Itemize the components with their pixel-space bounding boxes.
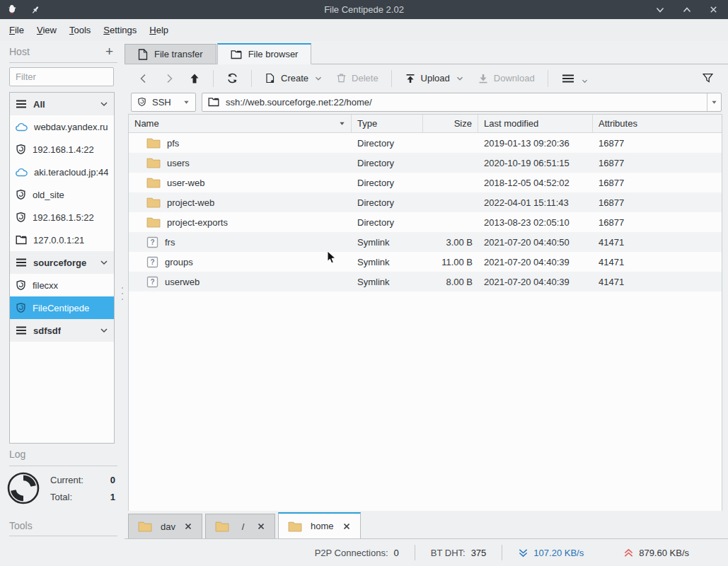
folder-icon <box>288 521 302 532</box>
table-row[interactable]: project-webDirectory2022-04-01 15:11:431… <box>129 192 722 212</box>
server-list: Allwebdav.yandex.ru:443192.168.1.4:22aki… <box>9 92 115 444</box>
server-item-filecentipede[interactable]: FileCentipede <box>10 296 114 319</box>
symlink-icon: ? <box>146 256 158 268</box>
total-value: 1 <box>110 492 115 502</box>
cell-size: 11.00 B <box>423 252 478 272</box>
tab-file-transfer[interactable]: File transfer <box>125 44 216 64</box>
path-tab-home[interactable]: home <box>278 512 361 538</box>
toolbar: Create Delete Upload Download <box>125 64 728 92</box>
addressbar: SSH <box>125 92 728 112</box>
back-button[interactable] <box>132 69 156 88</box>
column-header-name[interactable]: Name <box>129 115 352 132</box>
folder-icon <box>215 521 229 532</box>
server-group-all[interactable]: All <box>10 93 114 115</box>
cell-attributes: 16877 <box>593 192 722 212</box>
create-button[interactable]: Create <box>258 69 328 88</box>
p2p-connections-label: P2P Connections: <box>315 548 388 558</box>
cell-size <box>423 212 478 232</box>
server-group-sdfsdf[interactable]: sdfsdf <box>10 319 114 342</box>
cell-name: project-web <box>129 192 352 212</box>
hamburger-menu-icon <box>561 73 575 84</box>
svg-text:?: ? <box>150 278 154 286</box>
cell-type: Directory <box>352 212 423 232</box>
menu-file[interactable]: File <box>3 21 30 39</box>
cell-type: Directory <box>352 173 423 192</box>
path-tab-dav[interactable]: dav <box>128 514 202 538</box>
upload-button[interactable]: Upload <box>398 69 470 88</box>
divider <box>9 466 117 466</box>
shield-icon <box>16 144 26 155</box>
cell-attributes: 16877 <box>593 153 722 173</box>
column-header-size[interactable]: Size <box>423 115 478 132</box>
server-item-aki-teracloud-jp-443[interactable]: aki.teracloud.jp:443 <box>10 161 114 183</box>
menu-tools[interactable]: Tools <box>63 21 97 39</box>
shield-icon <box>16 212 26 223</box>
upload-icon <box>405 73 416 84</box>
chevron-down-icon <box>100 258 108 267</box>
server-item-192-168-1-4-22[interactable]: 192.168.1.4:22 <box>10 138 114 161</box>
create-file-icon <box>265 73 276 84</box>
path-input[interactable] <box>226 93 700 111</box>
table-row[interactable]: ?groupsSymlink11.00 B2021-07-20 04:40:39… <box>129 252 722 272</box>
add-host-button[interactable]: + <box>101 44 117 59</box>
tab-file-browser[interactable]: File browser <box>217 43 312 64</box>
close-tab-icon[interactable] <box>257 522 265 531</box>
server-item-webdav-yandex-ru-443[interactable]: webdav.yandex.ru:443 <box>10 115 114 138</box>
column-header-last-modified[interactable]: Last modified <box>478 115 593 132</box>
table-row[interactable]: ?userwebSymlink8.00 B2021-07-20 04:40:39… <box>129 272 722 291</box>
path-tab--[interactable]: / <box>205 514 275 538</box>
table-row[interactable]: ?frsSymlink3.00 B2021-07-20 04:40:504147… <box>129 232 722 252</box>
path-dropdown-button[interactable] <box>707 93 721 111</box>
table-row[interactable]: user-webDirectory2018-12-05 04:52:021687… <box>129 173 722 192</box>
maximize-icon[interactable] <box>682 5 692 15</box>
folder-open-icon <box>208 97 219 107</box>
forward-button[interactable] <box>157 69 181 88</box>
file-table: NameTypeSizeLast modifiedAttributes pfsD… <box>128 114 722 511</box>
cell-modified: 2021-07-20 04:40:39 <box>478 272 593 291</box>
trash-icon <box>336 73 347 83</box>
shield-icon <box>16 189 26 200</box>
protocol-select[interactable]: SSH <box>131 93 196 112</box>
server-item-127-0-0-1-21[interactable]: 127.0.0.1:21 <box>10 229 114 251</box>
server-group-sourceforge[interactable]: sourceforge <box>10 251 114 274</box>
chevron-down-icon <box>582 78 588 84</box>
folder-icon <box>146 157 161 168</box>
chevron-down-icon <box>315 75 322 82</box>
transfer-stats: Current: 0 Total: 1 <box>6 471 115 505</box>
cell-attributes: 41471 <box>593 232 722 252</box>
up-button[interactable] <box>183 69 207 88</box>
cell-name: ?frs <box>129 232 352 252</box>
filter-funnel-button[interactable] <box>695 68 721 88</box>
table-row[interactable]: pfsDirectory2019-01-13 09:20:3616877 <box>129 133 722 153</box>
menu-help[interactable]: Help <box>143 21 175 39</box>
delete-button[interactable]: Delete <box>330 69 385 88</box>
sort-desc-icon <box>339 120 345 127</box>
server-item-old-site[interactable]: old_site <box>10 183 114 206</box>
splitter-handle[interactable] <box>120 276 125 311</box>
download-speed-icon <box>518 548 528 558</box>
close-tab-icon[interactable] <box>342 522 351 531</box>
minimize-icon[interactable] <box>655 5 665 15</box>
server-item-filecxx[interactable]: filecxx <box>10 274 114 296</box>
shield-icon <box>137 97 146 107</box>
column-header-type[interactable]: Type <box>352 115 423 132</box>
cell-size: 8.00 B <box>423 272 478 291</box>
cell-type: Directory <box>352 153 423 173</box>
download-button[interactable]: Download <box>471 69 541 88</box>
svg-text:?: ? <box>150 238 154 246</box>
table-row[interactable]: project-exportsDirectory2013-08-23 02:05… <box>129 212 722 232</box>
menu-view[interactable]: View <box>30 21 63 39</box>
close-icon[interactable] <box>709 5 718 15</box>
server-item-192-168-1-5-22[interactable]: 192.168.1.5:22 <box>10 206 114 229</box>
cell-modified: 2018-12-05 04:52:02 <box>478 173 593 192</box>
close-tab-icon[interactable] <box>184 522 192 531</box>
table-row[interactable]: usersDirectory2020-10-19 06:51:1516877 <box>129 153 722 173</box>
sidebar: Host + Allwebdav.yandex.ru:443192.168.1.… <box>0 41 125 540</box>
column-header-attributes[interactable]: Attributes <box>593 115 722 132</box>
cell-name: ?groups <box>129 252 352 272</box>
refresh-button[interactable] <box>220 68 245 88</box>
menu-settings[interactable]: Settings <box>97 21 143 39</box>
cell-type: Symlink <box>352 252 423 272</box>
menu-button[interactable] <box>555 69 594 88</box>
filter-input[interactable] <box>9 67 114 86</box>
